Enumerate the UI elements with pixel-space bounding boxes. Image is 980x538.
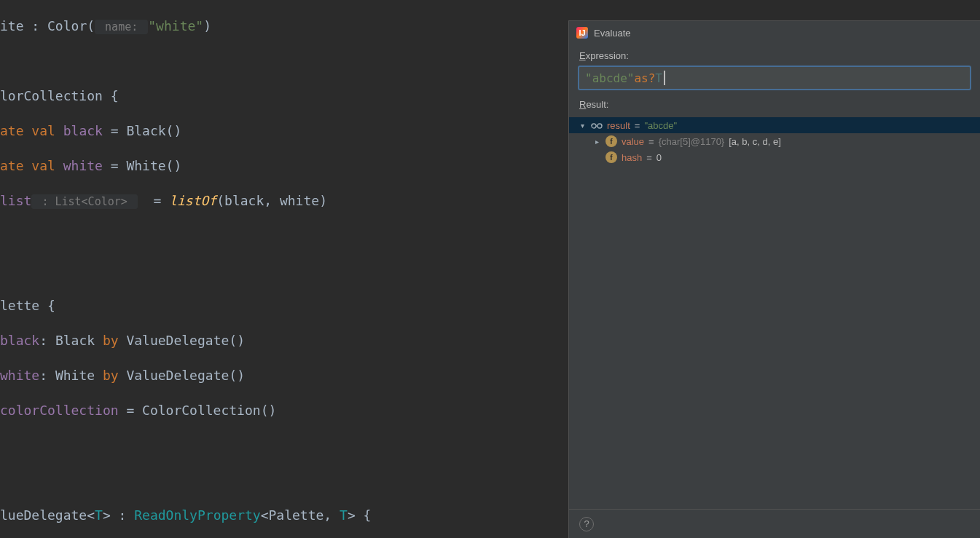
evaluate-footer: ? — [569, 509, 980, 538]
result-hash-row[interactable]: f hash = 0 — [569, 149, 980, 165]
result-tree[interactable]: ▾ result = "abcde" ▸ f value = {char[5]@… — [569, 117, 980, 165]
chevron-right-icon[interactable]: ▸ — [592, 137, 601, 146]
result-label: Result: — [569, 95, 980, 111]
intellij-icon: IJ — [576, 27, 588, 39]
field-icon: f — [605, 135, 617, 147]
evaluate-popup: IJ Evaluate Expression: "abcde" as? T Re… — [568, 20, 980, 538]
caret-icon — [664, 71, 665, 85]
expression-label: Expression: — [569, 46, 980, 63]
result-value-row[interactable]: ▸ f value = {char[5]@1170} [a, b, c, d, … — [569, 133, 980, 149]
spacer — [592, 153, 601, 162]
evaluate-titlebar[interactable]: IJ Evaluate — [569, 21, 980, 46]
chevron-down-icon[interactable]: ▾ — [578, 121, 587, 130]
code-text: ite — [0, 18, 24, 33]
expression-input[interactable]: "abcde" as? T — [578, 66, 971, 90]
field-icon: f — [605, 151, 617, 163]
help-icon[interactable]: ? — [579, 517, 594, 531]
glasses-icon — [591, 119, 603, 131]
evaluate-title: Evaluate — [594, 28, 631, 39]
result-name: result — [607, 120, 630, 131]
inlay-hint: : List<Color> — [31, 194, 137, 209]
inlay-hint: name: — [95, 20, 148, 34]
result-root-row[interactable]: ▾ result = "abcde" — [569, 117, 980, 133]
code-editor[interactable]: ite : Color( name: "white") lorCollectio… — [0, 0, 568, 538]
